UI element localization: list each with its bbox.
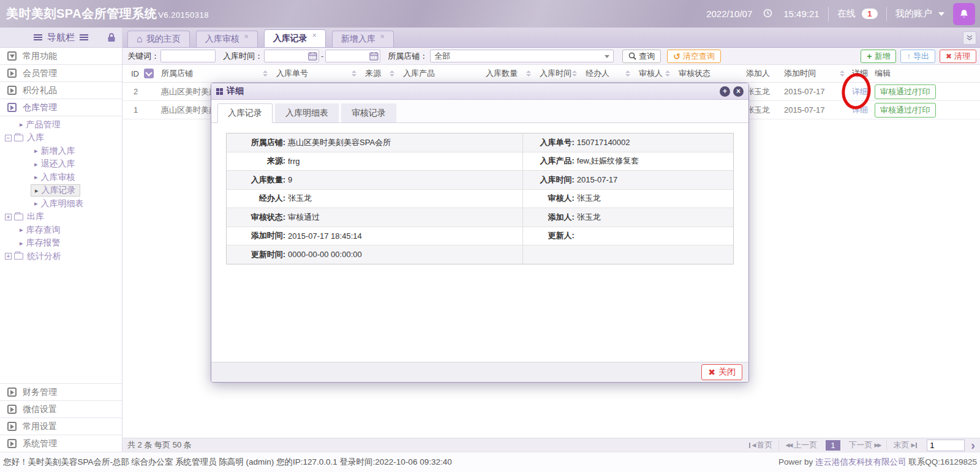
tab-overflow-button[interactable]	[963, 31, 976, 45]
sidebar-item-common-settings[interactable]: 常用设置	[0, 418, 122, 435]
page-number-input[interactable]	[927, 440, 965, 451]
detail-link[interactable]: 详细	[852, 86, 868, 97]
close-icon[interactable]: ×	[312, 31, 317, 40]
sort-icon[interactable]	[625, 70, 630, 77]
tree-item-inbound-records[interactable]: ▸ 入库记录	[0, 184, 122, 198]
detail-link[interactable]: 详细	[852, 105, 868, 116]
sidebar-item-common-functions[interactable]: 常用功能	[0, 48, 122, 65]
sidebar-item-system-management[interactable]: 系统管理	[0, 435, 122, 452]
close-icon[interactable]: ×	[244, 32, 249, 41]
collapse-icon[interactable]: −	[5, 135, 12, 141]
tab-inbound-audit[interactable]: 入库审核 ×	[196, 31, 258, 47]
lock-icon[interactable]	[107, 32, 116, 44]
next-page-button[interactable]: 下一页 ▶▶	[843, 440, 887, 451]
notifications-button[interactable]	[953, 3, 975, 25]
tree-item-inbound-detail-table[interactable]: ▸ 入库明细表	[0, 197, 122, 211]
sort-icon[interactable]	[840, 70, 845, 77]
close-icon[interactable]: ×	[380, 32, 385, 41]
field-label: 入库时间:	[523, 174, 577, 185]
online-count-badge: 1	[862, 9, 878, 19]
tree-item-stock-query[interactable]: ▸ 库存查询	[0, 223, 122, 237]
tab-new-inbound[interactable]: 新增入库 ×	[332, 31, 394, 47]
sort-icon[interactable]	[526, 70, 531, 77]
sort-icon[interactable]	[572, 70, 577, 77]
modal-tab-inbound-record[interactable]: 入库记录	[217, 103, 273, 123]
calendar-icon[interactable]	[369, 51, 379, 62]
modal-tab-inbound-detail[interactable]: 入库明细表	[275, 103, 339, 122]
company-link[interactable]: 连云港信友科技有限公司	[815, 457, 907, 466]
sort-icon[interactable]	[352, 70, 356, 77]
field-value: 惠山区美时美刻美容SPA会所	[288, 137, 391, 148]
tab-inbound-records[interactable]: 入库记录 ×	[264, 29, 326, 47]
menu-icon	[34, 37, 42, 38]
tab-my-homepage[interactable]: ⌂ 我的主页	[127, 31, 190, 47]
sidebar-item-points-gifts[interactable]: 积分礼品	[0, 82, 122, 99]
expand-icon[interactable]: +	[5, 214, 12, 220]
sidebar: 导航栏 常用功能 会员管理 积分礼品 仓库管理 ▸ 产品管理	[0, 28, 123, 452]
add-button-label: 新增	[874, 51, 890, 62]
sidebar-item-finance-management[interactable]: 财务管理	[0, 383, 122, 400]
prev-page-button[interactable]: ◀◀ 上一页	[778, 440, 823, 451]
cell-add-time: 2015-07-17	[779, 101, 848, 119]
tree-item-return-inbound[interactable]: ▸ 退还入库	[0, 158, 122, 171]
pagination-bar: 共 2 条 每页 50 条 ◀ 首页 ◀◀ 上一页 1 下一页 ▶▶ 末页 ▶ …	[123, 438, 980, 452]
chevron-down-icon	[938, 12, 944, 16]
tree-item-stock-alert[interactable]: ▸ 库存报警	[0, 237, 122, 250]
tree-item-new-inbound[interactable]: ▸ 新增入库	[0, 144, 122, 158]
modal-close-button[interactable]: ×	[733, 86, 744, 97]
add-button[interactable]: + 新增	[861, 50, 896, 63]
tree-item-inbound-audit[interactable]: ▸ 入库审核	[0, 171, 122, 184]
column-header-operator[interactable]: 经办人	[581, 65, 634, 82]
column-header-add-time[interactable]: 添加时间	[779, 65, 848, 82]
date-to-input[interactable]	[325, 50, 380, 62]
select-all-checkbox[interactable]	[144, 69, 154, 78]
first-page-button[interactable]: ◀ 首页	[743, 440, 779, 451]
modal-tab-audit-record[interactable]: 审核记录	[341, 103, 396, 122]
sidebar-item-member-management[interactable]: 会员管理	[0, 65, 122, 82]
audit-print-button[interactable]: 审核通过/打印	[875, 84, 936, 99]
column-header-order-no[interactable]: 入库单号	[271, 65, 360, 82]
column-header-shop[interactable]: 所属店铺	[156, 65, 271, 82]
online-status: 在线 1	[837, 8, 878, 20]
current-page-button[interactable]: 1	[826, 440, 840, 451]
tree-leaf-icon: ▸	[20, 226, 23, 234]
date-from-input[interactable]	[264, 50, 319, 62]
sidebar-item-warehouse-management[interactable]: 仓库管理	[0, 99, 122, 116]
tree-item-outbound[interactable]: + 出库	[0, 211, 122, 224]
sidebar-item-wechat-settings[interactable]: 微信设置	[0, 400, 122, 418]
tree-item-statistics[interactable]: + 统计分析	[0, 250, 122, 263]
audit-print-button[interactable]: 审核通过/打印	[875, 103, 936, 118]
sort-icon[interactable]	[390, 70, 394, 77]
sort-icon[interactable]	[665, 70, 670, 77]
selected-tree-item[interactable]: ▸ 入库记录	[31, 184, 80, 197]
calendar-icon[interactable]	[308, 51, 317, 62]
close-button[interactable]: ✖ 关闭	[701, 364, 742, 380]
export-button[interactable]: ↑ 导出	[900, 50, 935, 63]
go-page-button[interactable]: ›	[971, 439, 975, 451]
maximize-button[interactable]: +	[720, 86, 730, 97]
field-row: 入库数量:9 入库时间:2015-07-17	[227, 170, 733, 189]
field-value: 审核通过	[288, 212, 320, 223]
sidebar-header[interactable]: 导航栏	[0, 28, 122, 48]
keyword-input[interactable]	[160, 50, 216, 62]
table-header: ID 所属店铺 入库单号 来源 入库产品 入库数量 入库时间 经办人 审核人 审…	[123, 65, 980, 83]
expand-icon[interactable]: +	[5, 253, 12, 260]
field-value: 张玉龙	[577, 193, 601, 204]
column-header-auditor[interactable]: 审核人	[634, 65, 674, 82]
account-menu[interactable]: 我的账户	[895, 8, 944, 20]
clear-search-button[interactable]: ↺ 清空查询	[667, 50, 721, 63]
column-header-quantity[interactable]: 入库数量	[481, 65, 535, 82]
tree-item-inbound[interactable]: − 入库	[0, 132, 122, 145]
clean-button-label: 清理	[954, 51, 970, 62]
last-page-button[interactable]: 末页 ▶	[886, 440, 923, 451]
tree-item-product-management[interactable]: ▸ 产品管理	[0, 118, 122, 132]
shop-select[interactable]: 全部	[430, 50, 614, 62]
search-button[interactable]: 查询	[622, 50, 661, 63]
home-icon: ⌂	[137, 34, 143, 45]
clean-button[interactable]: ✖ 清理	[940, 50, 976, 63]
modal-header[interactable]: 详细 + ×	[211, 83, 748, 100]
column-header-in-time[interactable]: 入库时间	[535, 65, 581, 82]
sort-icon[interactable]	[263, 70, 268, 77]
modal-title: 详细	[227, 86, 244, 97]
column-header-source[interactable]: 来源	[360, 65, 398, 82]
